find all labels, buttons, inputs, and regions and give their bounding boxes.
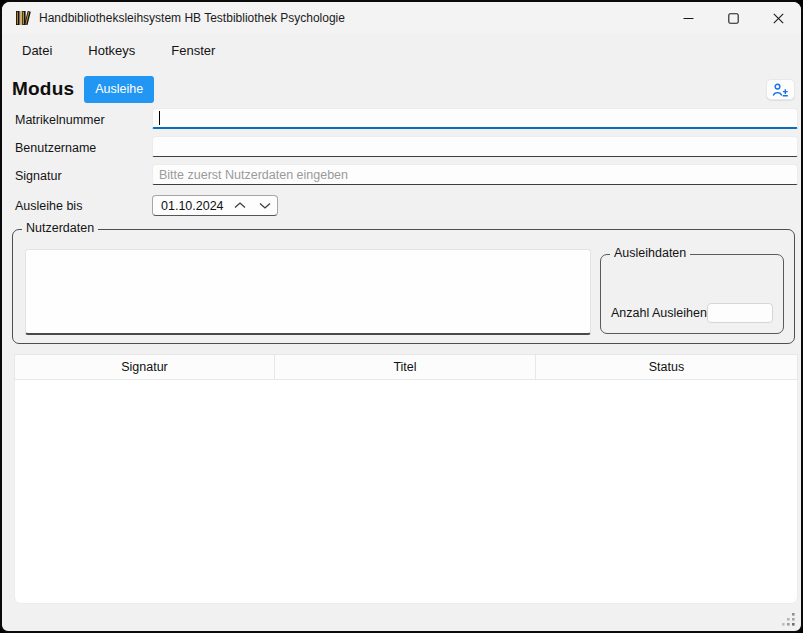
close-button[interactable] bbox=[756, 2, 801, 34]
anzahl-ausleihen-row: Anzahl Ausleihen bbox=[611, 303, 773, 323]
menu-bar: Datei Hotkeys Fenster bbox=[2, 35, 801, 65]
menu-item-hotkeys[interactable]: Hotkeys bbox=[86, 40, 137, 61]
label-signatur: Signatur bbox=[15, 166, 62, 186]
anzahl-ausleihen-label: Anzahl Ausleihen bbox=[611, 306, 707, 320]
maximize-button[interactable] bbox=[711, 2, 756, 34]
nutzerdaten-textarea[interactable] bbox=[25, 249, 591, 335]
maximize-icon bbox=[728, 13, 739, 24]
resize-grip-icon[interactable] bbox=[780, 611, 796, 627]
window-controls bbox=[666, 2, 801, 34]
matrikelnummer-input[interactable] bbox=[152, 108, 798, 129]
signatur-placeholder: Bitte zuerst Nutzerdaten eingeben bbox=[159, 168, 348, 182]
column-header-signatur[interactable]: Signatur bbox=[15, 355, 275, 379]
label-matrikelnummer: Matrikelnummer bbox=[15, 110, 105, 130]
close-icon bbox=[773, 13, 784, 24]
mode-title: Modus bbox=[12, 78, 74, 100]
person-add-icon bbox=[772, 83, 789, 97]
books-app-icon bbox=[13, 8, 33, 28]
table-header-row: Signatur Titel Status bbox=[14, 354, 798, 380]
date-stepper-down-icon[interactable] bbox=[259, 202, 271, 209]
loans-table-body[interactable] bbox=[14, 380, 798, 604]
label-ausleihe-bis: Ausleihe bis bbox=[15, 196, 82, 216]
text-caret bbox=[159, 111, 160, 125]
ausleihe-bis-date-input[interactable]: 01.10.2024 bbox=[152, 195, 278, 216]
mode-row: Modus Ausleihe bbox=[12, 74, 154, 104]
title-bar: Handbibliotheksleihsystem HB Testbibliot… bbox=[2, 2, 801, 34]
date-stepper-up-icon[interactable] bbox=[234, 202, 246, 209]
nutzerdaten-group-label: Nutzerdaten bbox=[22, 221, 98, 235]
date-value: 01.10.2024 bbox=[161, 199, 224, 213]
ausleihdaten-group-label: Ausleihdaten bbox=[610, 246, 690, 260]
mode-ausleihe-button[interactable]: Ausleihe bbox=[84, 76, 154, 103]
label-benutzername: Benutzername bbox=[15, 138, 96, 158]
menu-item-fenster[interactable]: Fenster bbox=[169, 40, 217, 61]
minimize-button[interactable] bbox=[666, 2, 711, 34]
anzahl-ausleihen-input[interactable] bbox=[707, 303, 773, 323]
column-header-titel[interactable]: Titel bbox=[275, 355, 536, 379]
ausleihdaten-groupbox: Ausleihdaten Anzahl Ausleihen bbox=[600, 254, 784, 334]
date-stepper bbox=[234, 202, 271, 209]
nutzerdaten-groupbox: Nutzerdaten Ausleihdaten Anzahl Ausleihe… bbox=[12, 229, 795, 344]
benutzername-input[interactable] bbox=[152, 136, 798, 157]
add-user-button[interactable] bbox=[766, 79, 795, 100]
menu-item-datei[interactable]: Datei bbox=[20, 40, 54, 61]
minimize-icon bbox=[683, 13, 694, 24]
window-title: Handbibliotheksleihsystem HB Testbibliot… bbox=[39, 11, 345, 25]
app-window: Handbibliotheksleihsystem HB Testbibliot… bbox=[0, 0, 803, 633]
column-header-status[interactable]: Status bbox=[536, 355, 797, 379]
signatur-input[interactable]: Bitte zuerst Nutzerdaten eingeben bbox=[152, 164, 798, 185]
